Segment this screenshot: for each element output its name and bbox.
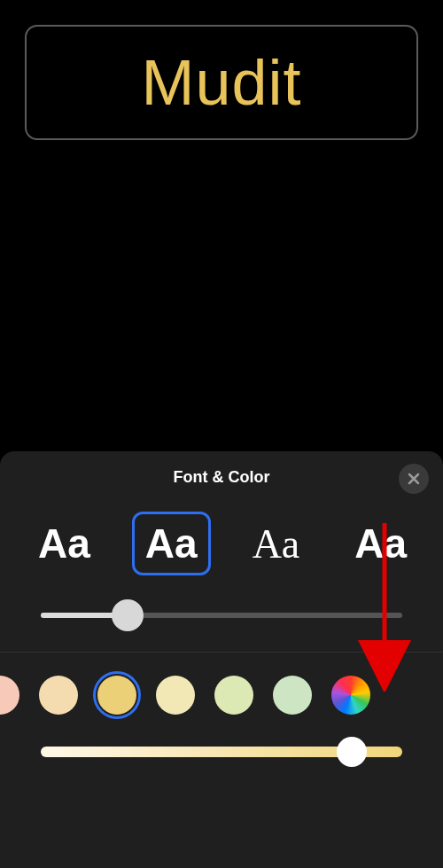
- brightness-slider[interactable]: [41, 747, 402, 757]
- preview-area: Mudit: [0, 0, 443, 165]
- font-option-3[interactable]: Aa: [341, 512, 420, 575]
- color-swatch-2[interactable]: [97, 676, 136, 715]
- color-swatch-0[interactable]: [0, 676, 19, 715]
- font-option-1[interactable]: Aa: [132, 512, 211, 575]
- weight-slider-container: [0, 597, 443, 634]
- name-text: Mudit: [141, 46, 301, 119]
- color-swatch-4[interactable]: [214, 676, 253, 715]
- name-input-box[interactable]: Mudit: [25, 25, 418, 140]
- close-button[interactable]: [399, 464, 429, 494]
- color-swatch-row: [0, 653, 443, 727]
- weight-slider[interactable]: [41, 613, 402, 618]
- brightness-slider-container: [0, 727, 443, 777]
- sheet-header: Font & Color: [0, 451, 443, 503]
- font-style-row: Aa Aa Aa Aa: [0, 503, 443, 597]
- sheet-title: Font & Color: [174, 468, 270, 487]
- font-option-2[interactable]: Aa: [239, 512, 314, 575]
- color-swatch-1[interactable]: [39, 676, 78, 715]
- font-color-sheet: Font & Color Aa Aa Aa Aa: [0, 451, 443, 868]
- brightness-slider-thumb[interactable]: [337, 737, 367, 767]
- color-picker-button[interactable]: [331, 676, 370, 715]
- color-swatch-3[interactable]: [156, 676, 195, 715]
- close-icon: [408, 473, 420, 485]
- weight-slider-thumb[interactable]: [112, 599, 144, 631]
- color-swatch-5[interactable]: [273, 676, 312, 715]
- font-option-0[interactable]: Aa: [25, 512, 104, 575]
